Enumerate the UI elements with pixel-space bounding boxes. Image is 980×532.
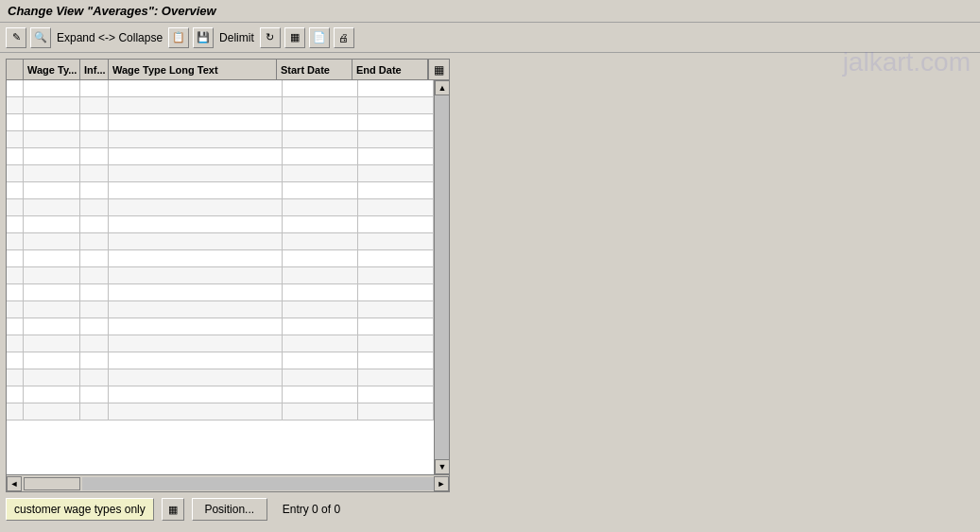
table-cell	[24, 318, 80, 335]
entry-count: Entry 0 of 0	[283, 503, 340, 516]
table-row[interactable]	[7, 284, 434, 301]
col-wage-type-header: Wage Ty...	[24, 60, 80, 79]
row-checkbox[interactable]	[7, 301, 24, 317]
table-cell	[24, 80, 80, 96]
expand-collapse-label[interactable]: Expand <-> Collapse	[55, 31, 164, 44]
row-checkbox[interactable]	[7, 369, 24, 386]
table-cell	[358, 284, 434, 300]
row-checkbox[interactable]	[7, 216, 24, 232]
scroll-thumb[interactable]	[24, 477, 80, 490]
table-cell	[80, 233, 109, 249]
table-cell	[24, 284, 80, 300]
table-row[interactable]	[7, 182, 434, 199]
scroll-right-btn[interactable]: ►	[434, 476, 449, 491]
column-config-icon[interactable]: ▦	[428, 60, 449, 79]
refresh-icon[interactable]: ↻	[260, 27, 281, 48]
table-row[interactable]	[7, 131, 434, 148]
row-checkbox[interactable]	[7, 386, 24, 403]
table-cell	[109, 216, 283, 232]
doc-icon[interactable]: 📄	[309, 27, 330, 48]
save-icon[interactable]: 💾	[193, 27, 214, 48]
table-cell	[80, 335, 109, 352]
table-cell	[109, 284, 283, 300]
row-checkbox[interactable]	[7, 131, 24, 147]
table-row[interactable]	[7, 114, 434, 131]
row-checkbox[interactable]	[7, 199, 24, 215]
table-cell	[358, 386, 434, 403]
table-cell	[109, 182, 283, 198]
horizontal-scrollbar[interactable]: ◄ ►	[7, 474, 449, 491]
table-cell	[358, 301, 434, 317]
row-checkbox[interactable]	[7, 80, 24, 96]
table-cell	[109, 352, 283, 369]
table-cell	[283, 199, 358, 215]
table-cell	[24, 233, 80, 249]
table-cell	[24, 131, 80, 147]
copy-icon[interactable]: 📋	[168, 27, 189, 48]
data-table: Wage Ty... Inf... Wage Type Long Text St…	[6, 59, 450, 492]
table-cell	[358, 199, 434, 215]
scroll-up-btn[interactable]: ▲	[435, 80, 449, 95]
table-row[interactable]	[7, 369, 434, 386]
table-row[interactable]	[7, 301, 434, 318]
row-checkbox[interactable]	[7, 165, 24, 181]
row-checkbox[interactable]	[7, 182, 24, 198]
row-checkbox[interactable]	[7, 284, 24, 300]
row-checkbox[interactable]	[7, 335, 24, 352]
table-cell	[24, 403, 80, 420]
table-row[interactable]	[7, 80, 434, 97]
table-row[interactable]	[7, 199, 434, 216]
table-row[interactable]	[7, 233, 434, 250]
scroll-left-btn[interactable]: ◄	[7, 476, 22, 491]
table-row[interactable]	[7, 267, 434, 284]
table-row[interactable]	[7, 250, 434, 267]
row-checkbox[interactable]	[7, 318, 24, 335]
table-row[interactable]	[7, 165, 434, 182]
table-cell	[24, 250, 80, 266]
table-row[interactable]	[7, 335, 434, 352]
row-checkbox[interactable]	[7, 352, 24, 369]
table-cell	[283, 335, 358, 352]
table-cell	[24, 352, 80, 369]
vertical-scrollbar[interactable]: ▲ ▼	[434, 80, 449, 474]
table-row[interactable]	[7, 318, 434, 335]
search-icon[interactable]: 🔍	[30, 27, 51, 48]
col-long-text-header: Wage Type Long Text	[109, 60, 277, 79]
row-checkbox[interactable]	[7, 267, 24, 283]
position-button[interactable]: Position...	[192, 498, 267, 521]
row-checkbox[interactable]	[7, 403, 24, 420]
scroll-down-btn[interactable]: ▼	[435, 459, 449, 474]
table-cell	[24, 301, 80, 317]
print-icon[interactable]: 🖨	[334, 27, 354, 48]
row-checkbox[interactable]	[7, 250, 24, 266]
filter-icon-btn[interactable]: ▦	[162, 498, 184, 521]
table-cell	[24, 114, 80, 130]
row-checkbox[interactable]	[7, 97, 24, 113]
table-cell	[358, 80, 434, 96]
table-cell	[24, 369, 80, 386]
table-row[interactable]	[7, 403, 434, 420]
customer-wage-types-button[interactable]: customer wage types only	[6, 498, 154, 521]
table-cell	[283, 352, 358, 369]
table-cell	[80, 301, 109, 317]
table-cell	[283, 165, 358, 181]
table-cell	[24, 182, 80, 198]
row-checkbox[interactable]	[7, 233, 24, 249]
table-row[interactable]	[7, 352, 434, 369]
table-cell	[24, 148, 80, 164]
main-content: Wage Ty... Inf... Wage Type Long Text St…	[0, 53, 980, 526]
row-checkbox[interactable]	[7, 114, 24, 130]
grid-icon[interactable]: ▦	[284, 27, 305, 48]
row-checkbox[interactable]	[7, 148, 24, 164]
table-cell	[358, 250, 434, 266]
table-cell	[109, 369, 283, 386]
table-header: Wage Ty... Inf... Wage Type Long Text St…	[7, 60, 449, 80]
table-row[interactable]	[7, 97, 434, 114]
table-cell	[109, 80, 283, 96]
table-row[interactable]	[7, 148, 434, 165]
table-row[interactable]	[7, 216, 434, 233]
table-row[interactable]	[7, 386, 434, 403]
delimit-label[interactable]: Delimit	[217, 31, 256, 44]
edit-icon[interactable]: ✎	[6, 27, 26, 48]
table-cell	[80, 352, 109, 369]
